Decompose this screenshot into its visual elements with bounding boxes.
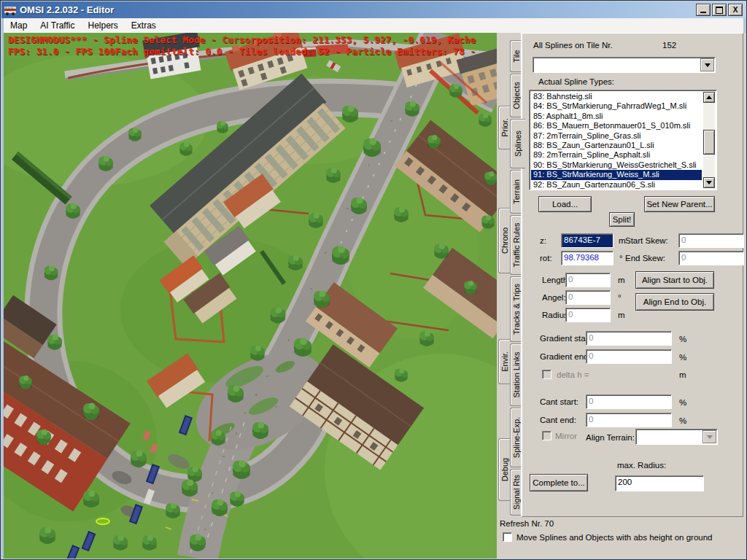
end-skew-input[interactable]: 0 xyxy=(678,251,744,265)
gradient-start-label: Gradient start: xyxy=(540,334,593,343)
debug-line-1: DESIGNMODUS*** - Spline Select Mode - Cu… xyxy=(8,34,497,46)
delta-h-label: delta h = xyxy=(557,370,589,379)
cant-end-input[interactable]: 0 xyxy=(586,413,672,427)
menu-bar: Map AI Traffic Helpers Extras xyxy=(4,18,743,34)
app-window: OMSI 2.2.032 - Editor X Map AI Traffic H… xyxy=(0,0,747,560)
move-splines-checkbox[interactable] xyxy=(503,532,512,542)
cant-start-unit: % xyxy=(679,398,686,407)
list-item[interactable]: 83: Bahnsteig.sli xyxy=(531,92,702,101)
angel-input[interactable]: 0 xyxy=(565,290,611,305)
combobox-dropdown-button[interactable] xyxy=(700,58,714,71)
max-radius-input[interactable]: 200 xyxy=(615,475,704,491)
actual-spline-types-label: Actual Spline Types: xyxy=(538,77,614,86)
gradient-end-input[interactable]: 0 xyxy=(586,349,672,364)
gradient-end-label: Gradient end: xyxy=(540,352,591,361)
mirror-label: Mirror xyxy=(555,432,577,440)
list-item[interactable]: 87: 2mTerrain_Spline_Gras.sli xyxy=(531,131,702,141)
align-terrain-label: Align Terrain: xyxy=(586,433,635,442)
mirror-checkbox[interactable] xyxy=(542,431,551,440)
scrollbar-thumb[interactable] xyxy=(703,130,715,155)
tab-prior[interactable]: Prior. xyxy=(498,106,511,149)
start-skew-input[interactable]: 0 xyxy=(678,233,744,248)
title-bar[interactable]: OMSI 2.2.032 - Editor X xyxy=(1,1,746,18)
angel-label: Angel: xyxy=(542,293,566,302)
list-item[interactable]: 90: BS_StrMarkierung_WeissGestrichelt_S.… xyxy=(531,160,702,170)
align-end-button[interactable]: Align End to Obj. xyxy=(635,293,714,311)
minimize-button[interactable] xyxy=(696,4,711,16)
list-item[interactable]: 88: BS_Zaun_Gartenzaun01_L.sli xyxy=(531,141,702,150)
all-splines-label: All Splines on Tile Nr. xyxy=(533,41,613,50)
triangle-down-icon xyxy=(706,181,712,184)
menu-map[interactable]: Map xyxy=(4,19,34,32)
scroll-up-button[interactable] xyxy=(703,92,715,103)
editor-side-panel: Prior. Chrono Envir. Debug Tile Objects … xyxy=(497,33,746,559)
align-terrain-combobox[interactable] xyxy=(635,429,718,445)
spline-types-listbox[interactable]: 83: Bahnsteig.sli 84: BS_StrMarkierung_F… xyxy=(529,90,717,190)
tab-debug[interactable]: Debug xyxy=(498,438,511,501)
cant-start-input[interactable]: 0 xyxy=(586,394,672,409)
splines-page: All Splines on Tile Nr. 152 Actual Splin… xyxy=(521,33,743,517)
map-3d-viewport[interactable]: DESIGNMODUS*** - Spline Select Mode - Cu… xyxy=(4,33,497,559)
minimize-icon xyxy=(700,12,706,13)
z-input[interactable]: 86743E-7 xyxy=(561,233,614,248)
load-button[interactable]: Load... xyxy=(538,196,592,212)
gradient-start-input[interactable]: 0 xyxy=(586,331,672,346)
tile-spline-combobox[interactable] xyxy=(533,57,716,73)
cant-start-label: Cant start: xyxy=(540,397,578,406)
rot-input[interactable]: 98.79368 xyxy=(561,251,614,265)
list-item[interactable]: 86: BS_Mauern_Betonmauer01_S_010m.sli xyxy=(531,121,702,131)
gradient-end-unit: % xyxy=(679,353,686,362)
menu-helpers[interactable]: Helpers xyxy=(81,19,124,32)
maximize-button[interactable] xyxy=(712,4,727,16)
gradient-start-unit: % xyxy=(679,335,686,343)
radius-input[interactable]: 0 xyxy=(565,308,611,322)
cant-end-unit: % xyxy=(679,416,686,425)
start-skew-label: Start Skew: xyxy=(625,236,668,245)
split-button[interactable]: Split! xyxy=(609,212,635,227)
list-item[interactable]: 89: 2mTerrain_Spline_Asphalt.sli xyxy=(531,150,702,160)
listbox-scrollbar[interactable] xyxy=(703,92,715,188)
z-label: z: xyxy=(540,236,546,245)
maximize-icon xyxy=(716,7,723,14)
all-splines-count: 152 xyxy=(662,41,676,50)
cant-end-label: Cant end: xyxy=(540,416,576,424)
refresh-status: Refresh Nr. 70 xyxy=(500,519,554,528)
menu-extras[interactable]: Extras xyxy=(125,19,163,32)
list-item[interactable]: 84: BS_StrMarkierung_FahrradWeg1_M.sli xyxy=(531,101,702,111)
move-splines-label: Move Splines and Objects with abs height… xyxy=(516,533,713,542)
rot-label: rot: xyxy=(540,254,552,262)
close-icon: X xyxy=(733,7,738,14)
tab-splines[interactable]: Splines xyxy=(510,119,525,168)
list-item[interactable]: 85: Asphalt1_8m.sli xyxy=(531,112,702,121)
length-input[interactable]: 0 xyxy=(565,273,611,287)
app-icon xyxy=(4,4,17,16)
triangle-up-icon xyxy=(706,96,712,99)
debug-overlay: DESIGNMODUS*** - Spline Select Mode - Cu… xyxy=(8,34,497,58)
rot-unit: ° xyxy=(619,254,623,262)
length-unit: m xyxy=(618,276,625,284)
tab-chrono[interactable]: Chrono xyxy=(498,208,511,273)
align-terrain-dropdown-button[interactable] xyxy=(703,430,716,443)
complete-to-button[interactable]: Complete to... xyxy=(530,474,588,491)
angel-unit: ° xyxy=(618,293,622,302)
tab-envir[interactable]: Envir. xyxy=(498,339,511,384)
close-button[interactable]: X xyxy=(728,4,743,16)
delta-h-unit: m xyxy=(679,370,686,379)
end-skew-label: End Skew: xyxy=(625,254,665,262)
list-item[interactable]: 92: BS_Zaun_Gartenzaun06_S.sli xyxy=(531,180,702,190)
chevron-down-icon xyxy=(705,63,711,67)
map-scene xyxy=(4,33,497,559)
debug-line-2: FPS: 31.0 - FPS 100Fach gemittelt: 0.0 -… xyxy=(8,46,497,58)
menu-ai-traffic[interactable]: AI Traffic xyxy=(34,19,81,32)
window-title: OMSI 2.2.032 - Editor xyxy=(20,4,114,15)
list-item-selected[interactable]: 91: BS_StrMarkierung_Weiss_M.sli xyxy=(531,170,702,179)
scroll-down-button[interactable] xyxy=(703,177,715,188)
max-radius-label: max. Radius: xyxy=(617,461,666,470)
chevron-down-icon xyxy=(707,435,713,439)
set-new-parent-button[interactable]: Set New Parent... xyxy=(644,196,715,212)
delta-h-checkbox[interactable] xyxy=(542,370,551,379)
align-start-button[interactable]: Align Start to Obj. xyxy=(635,271,714,289)
radius-unit: m xyxy=(618,311,625,319)
